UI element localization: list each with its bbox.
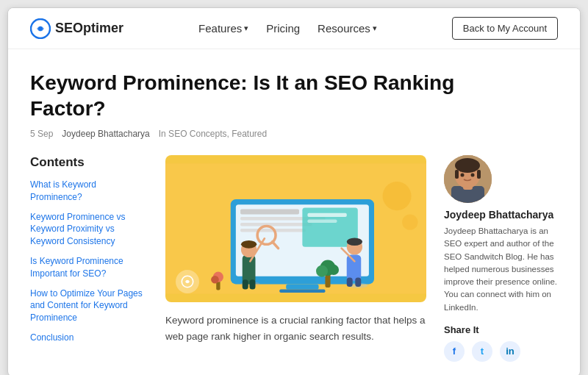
share-twitter-button[interactable]: t <box>472 341 492 362</box>
author-avatar-image <box>444 155 492 203</box>
back-to-account-button[interactable]: Back to My Account <box>452 17 558 40</box>
hero-logo-icon <box>181 275 194 288</box>
contents-list: What is Keyword Prominence? Keyword Prom… <box>30 179 148 344</box>
contents-link-5[interactable]: Conclusion <box>30 332 148 344</box>
svg-point-27 <box>347 238 362 246</box>
author-name: Joydeep Bhattacharya <box>444 209 558 221</box>
list-item: How to Optimize Your Pages and Content f… <box>30 288 148 324</box>
svg-rect-49 <box>477 170 481 179</box>
list-item: Is Keyword Prominence Important for SEO? <box>30 255 148 280</box>
svg-rect-12 <box>307 213 346 217</box>
contents-link-2[interactable]: Keyword Prominence vs Keyword Proximity … <box>30 211 148 248</box>
svg-point-50 <box>461 174 465 177</box>
svg-rect-29 <box>347 278 353 287</box>
svg-rect-23 <box>243 279 248 289</box>
svg-point-19 <box>241 240 257 249</box>
svg-rect-15 <box>279 290 325 293</box>
svg-rect-14 <box>286 284 318 289</box>
contents-title: Contents <box>30 155 148 170</box>
svg-point-3 <box>383 182 412 210</box>
share-icons: f t in <box>444 341 558 362</box>
resources-dropdown-icon: ▾ <box>373 24 377 33</box>
features-dropdown-icon: ▾ <box>244 24 248 33</box>
article-excerpt: Keyword prominence is a crucial ranking … <box>165 312 426 344</box>
article-meta: 5 Sep Joydeep Bhattacharya In SEO Concep… <box>30 129 558 139</box>
hero-logo-badge <box>176 270 199 293</box>
author-avatar <box>444 155 492 203</box>
share-linkedin-button[interactable]: in <box>500 341 520 362</box>
svg-rect-24 <box>249 279 255 289</box>
contents-link-1[interactable]: What is Keyword Prominence? <box>30 179 148 204</box>
meta-author: Joydeep Bhattacharya <box>62 129 149 139</box>
svg-point-38 <box>211 276 219 284</box>
svg-rect-7 <box>240 209 299 214</box>
navbar: SEOptimer Features ▾ Pricing Resources ▾… <box>8 8 580 49</box>
nav-links: Features ▾ Pricing Resources ▾ <box>198 22 377 35</box>
contents-link-3[interactable]: Is Keyword Prominence Important for SEO? <box>30 255 148 280</box>
svg-rect-9 <box>240 223 312 226</box>
article-body: Keyword prominence is a crucial ranking … <box>165 155 426 362</box>
nav-features[interactable]: Features ▾ <box>198 22 248 35</box>
svg-point-41 <box>186 280 189 283</box>
svg-point-47 <box>455 158 480 173</box>
nav-pricing[interactable]: Pricing <box>266 22 300 35</box>
article-content: Keyword Prominence: Is It an SEO Ranking… <box>8 49 580 375</box>
article-title: Keyword Prominence: Is It an SEO Ranking… <box>30 70 456 121</box>
list-item: Conclusion <box>30 332 148 344</box>
svg-rect-30 <box>355 278 361 287</box>
list-item: What is Keyword Prominence? <box>30 179 148 204</box>
svg-point-34 <box>316 265 328 277</box>
svg-rect-48 <box>455 170 459 179</box>
svg-point-35 <box>329 265 339 275</box>
svg-point-4 <box>402 214 417 229</box>
hero-image <box>165 155 426 302</box>
nav-resources[interactable]: Resources ▾ <box>318 22 377 35</box>
contents-link-4[interactable]: How to Optimize Your Pages and Content f… <box>30 288 148 324</box>
meta-date: 5 Sep <box>30 129 53 139</box>
hero-illustration <box>165 155 426 302</box>
svg-rect-28 <box>347 255 362 282</box>
svg-point-1 <box>38 26 43 31</box>
main-layout: Contents What is Keyword Prominence? Key… <box>30 155 558 362</box>
share-facebook-button[interactable]: f <box>444 341 465 362</box>
list-item: Keyword Prominence vs Keyword Proximity … <box>30 211 148 248</box>
browser-frame: SEOptimer Features ▾ Pricing Resources ▾… <box>7 7 581 375</box>
meta-tags: In SEO Concepts, Featured <box>159 129 267 139</box>
author-sidebar: Joydeep Bhattacharya Joydeep Bhattachary… <box>444 155 558 362</box>
logo-area: SEOptimer <box>30 18 123 39</box>
share-label: Share It <box>444 324 558 335</box>
logo-icon <box>30 18 51 39</box>
svg-point-51 <box>471 174 475 177</box>
author-bio: Joydeep Bhattacharya is an SEO expert an… <box>444 225 558 314</box>
svg-rect-13 <box>307 220 337 223</box>
logo-text: SEOptimer <box>55 21 123 36</box>
contents-sidebar: Contents What is Keyword Prominence? Key… <box>30 155 148 362</box>
